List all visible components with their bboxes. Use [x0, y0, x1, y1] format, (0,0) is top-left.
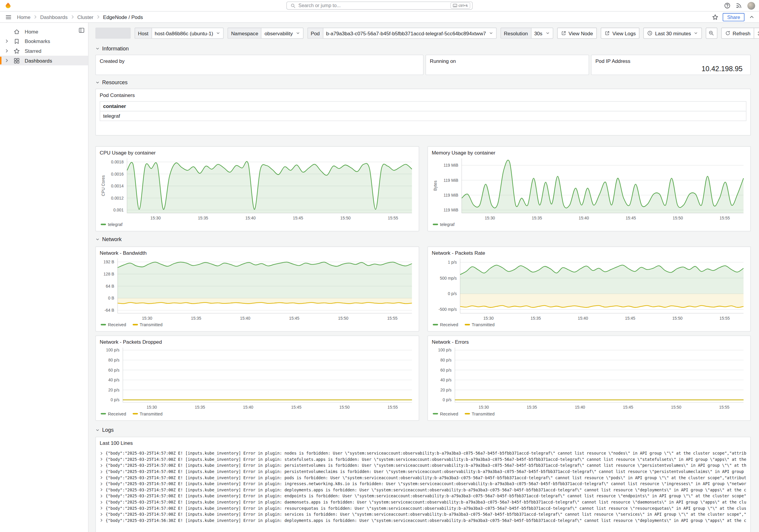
svg-text:500 mp/s: 500 mp/s — [440, 276, 457, 280]
log-line[interactable]: {"body":"2025-03-25T14:57:00Z E! [inputs… — [100, 462, 746, 469]
panel-title[interactable]: Network - Packets Dropped — [100, 339, 415, 345]
sidebar-item-home[interactable]: Home — [0, 27, 88, 36]
breadcrumb-home[interactable]: Home — [17, 14, 30, 20]
log-line-text: {"body":"2025-03-25T14:57:00Z E! [inputs… — [105, 475, 746, 480]
refresh-button[interactable]: Refresh — [721, 27, 754, 39]
log-line[interactable]: {"body":"2025-03-25T14:57:00Z E! [inputs… — [100, 450, 746, 456]
namespace-select[interactable]: observability — [261, 27, 303, 39]
expand-chevron-icon[interactable] — [5, 59, 9, 62]
svg-text:119 MiB: 119 MiB — [444, 208, 459, 212]
panel-title[interactable]: Pod IP Address — [591, 55, 750, 64]
zoom-out-button[interactable] — [706, 27, 717, 39]
refresh-interval-select[interactable]: 30s — [754, 27, 759, 39]
log-line[interactable]: {"body":"2025-03-25T14:57:00Z E! [inputs… — [100, 456, 746, 463]
log-line[interactable]: {"body":"2025-03-25T14:57:00Z E! [inputs… — [100, 487, 746, 493]
panel-title[interactable]: Network - Bandwidth — [100, 250, 415, 256]
svg-text:20 p/s: 20 p/s — [108, 388, 119, 392]
network-errors-chart[interactable]: 100 p/s80 p/s60 p/s40 p/s20 p/s0 p/s15:3… — [432, 345, 746, 410]
section-network[interactable]: Network — [96, 236, 751, 243]
expand-chevron-icon[interactable] — [5, 49, 9, 53]
datasource-variable-placeholder — [96, 27, 131, 39]
star-icon — [14, 48, 20, 54]
resolution-select[interactable]: 30s — [531, 27, 553, 39]
log-line[interactable]: {"body":"2025-03-25T14:56:30Z E! [inputs… — [100, 517, 746, 524]
breadcrumb-cluster[interactable]: Cluster — [77, 14, 94, 20]
chart-legend: ReceivedTransmitted — [100, 321, 415, 328]
svg-text:15:35: 15:35 — [198, 216, 208, 220]
sidebar-item-starred[interactable]: Starred — [0, 46, 88, 56]
legend-item[interactable]: Transmitted — [464, 322, 495, 327]
legend-item[interactable]: Transmitted — [464, 411, 495, 416]
svg-text:15:55: 15:55 — [388, 216, 398, 220]
legend-item[interactable]: telegraf — [433, 222, 455, 227]
svg-text:128 B: 128 B — [103, 272, 114, 276]
legend-item[interactable]: Transmitted — [133, 411, 163, 416]
network-packets-rate-chart[interactable]: 1 p/s500 mp/s0 p/s-500 mp/s15:3015:3515:… — [432, 256, 746, 321]
svg-text:15:40: 15:40 — [579, 216, 589, 220]
expand-chevron-icon[interactable] — [5, 39, 9, 43]
log-line[interactable]: {"body":"2025-03-25T14:57:00Z E! [inputs… — [100, 511, 746, 517]
table-header-container[interactable]: container — [100, 102, 746, 111]
legend-item[interactable]: Received — [433, 322, 459, 327]
panel-title[interactable]: Last 100 Lines — [100, 440, 746, 446]
log-line[interactable]: {"body":"2025-03-25T14:57:00Z E! [inputs… — [100, 469, 746, 475]
panel-title[interactable]: Pod Containers — [96, 89, 750, 98]
panel-title[interactable]: Memory Usage by container — [432, 149, 746, 155]
network-packets-dropped-chart[interactable]: 100 p/s80 p/s60 p/s40 p/s20 p/s0 p/s15:3… — [100, 345, 415, 410]
sidebar-item-bookmarks[interactable]: Bookmarks — [0, 36, 88, 46]
svg-text:192 B: 192 B — [103, 260, 114, 264]
log-line[interactable]: {"body":"2025-03-25T14:57:00Z E! [inputs… — [100, 493, 746, 499]
collapse-chevron-up-icon[interactable] — [749, 14, 755, 20]
host-select[interactable]: host-0a86b86c (ubuntu-1) — [151, 27, 224, 39]
help-icon[interactable] — [724, 2, 730, 9]
view-node-button[interactable]: View Node — [557, 27, 597, 39]
legend-item[interactable]: Received — [101, 411, 126, 416]
table-row[interactable]: telegraf — [100, 111, 746, 121]
grafana-logo[interactable] — [4, 1, 12, 10]
log-line[interactable]: {"body":"2025-03-25T14:57:00Z E! [inputs… — [100, 505, 746, 511]
time-range-picker[interactable]: Last 30 minutes — [643, 27, 701, 39]
panel-title[interactable]: Network - Packets Rate — [432, 250, 746, 256]
panel-title[interactable]: Running on — [426, 55, 589, 64]
section-logs[interactable]: Logs — [96, 427, 751, 433]
svg-text:15:30: 15:30 — [483, 316, 494, 321]
home-icon — [14, 28, 20, 35]
cpu-usage-chart[interactable]: 0.00180.00160.00140.00120.00115:3015:351… — [100, 155, 415, 221]
user-avatar[interactable] — [747, 2, 755, 10]
legend-item[interactable]: Received — [433, 411, 459, 416]
sidebar-item-dashboards[interactable]: Dashboards — [0, 56, 88, 65]
memory-usage-chart[interactable]: 119 MiB119 MiB119 MiB119 MiB15:3015:3515… — [432, 155, 746, 221]
breadcrumb: Home Dashboards Cluster EdgeNode / Pods — [17, 14, 143, 20]
log-line[interactable]: {"body":"2025-03-25T14:57:00Z E! [inputs… — [100, 499, 746, 505]
view-logs-button[interactable]: View Logs — [601, 27, 640, 39]
breadcrumb-dashboards[interactable]: Dashboards — [40, 14, 67, 20]
search-input[interactable]: Search or jump to... ctrl+k — [286, 1, 473, 10]
legend-label: Transmitted — [140, 411, 162, 416]
panel-title[interactable]: Network - Errors — [432, 339, 746, 345]
usage-charts-row: CPU Usage by container 0.00180.00160.001… — [96, 146, 751, 231]
svg-text:-64 B: -64 B — [104, 308, 114, 312]
panel-title[interactable]: CPU Usage by container — [100, 149, 415, 155]
legend-label: Received — [440, 411, 458, 416]
namespace-label: Namespace — [228, 27, 261, 39]
log-line[interactable]: {"body":"2025-03-25T14:57:00Z E! [inputs… — [100, 481, 746, 487]
network-bandwidth-chart[interactable]: 192 B128 B64 B0 B-64 B15:3015:3515:4015:… — [100, 256, 415, 321]
svg-text:15:40: 15:40 — [243, 405, 254, 410]
svg-text:0.0012: 0.0012 — [111, 196, 124, 200]
menu-toggle-button[interactable] — [4, 13, 13, 21]
legend-item[interactable]: telegraf — [101, 222, 123, 227]
pod-select[interactable]: b-a79a3ba3-c075-56a7-b45f-b5fbb371accd-t… — [323, 27, 497, 39]
external-link-icon — [605, 30, 610, 36]
share-button[interactable]: Share — [723, 13, 744, 21]
news-icon[interactable] — [736, 2, 742, 9]
section-resources[interactable]: Resources — [96, 79, 751, 86]
svg-text:15:50: 15:50 — [338, 316, 348, 321]
svg-text:15:30: 15:30 — [479, 405, 489, 410]
star-icon[interactable] — [712, 14, 718, 20]
section-information[interactable]: Information — [96, 45, 751, 52]
panel-title[interactable]: Created by — [96, 55, 423, 64]
legend-item[interactable]: Received — [101, 322, 126, 327]
log-line[interactable]: {"body":"2025-03-25T14:57:00Z E! [inputs… — [100, 475, 746, 481]
legend-item[interactable]: Transmitted — [133, 322, 163, 327]
svg-text:15:40: 15:40 — [246, 216, 256, 220]
